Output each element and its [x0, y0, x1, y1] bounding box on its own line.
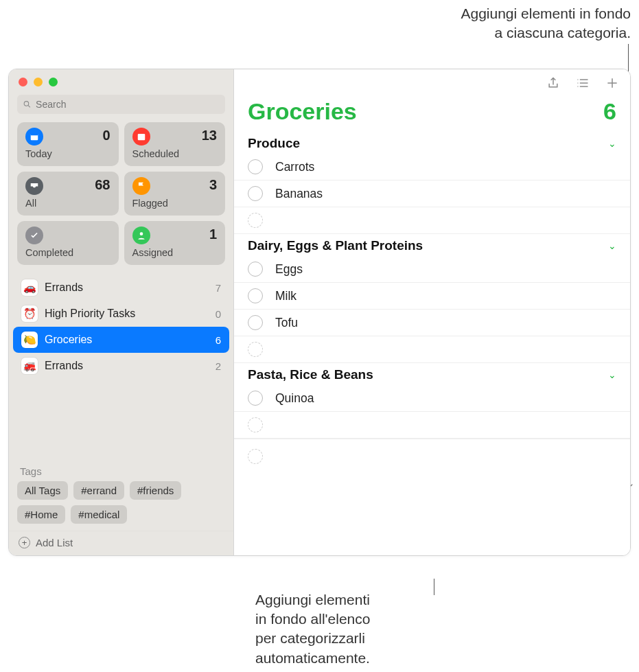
tag-chip[interactable]: #errand — [73, 481, 124, 500]
tag-chip[interactable]: All Tags — [17, 481, 68, 500]
add-item-button[interactable] — [605, 76, 619, 93]
new-item-row[interactable] — [234, 412, 630, 439]
reminder-item[interactable]: Milk — [234, 283, 630, 310]
reminder-text: Quinoa — [275, 391, 314, 406]
list-icon: 🚒 — [21, 358, 38, 374]
plus-icon: + — [19, 537, 30, 548]
list-name: Errands — [45, 281, 216, 294]
complete-toggle[interactable] — [248, 315, 263, 330]
list-count: 2 — [216, 360, 221, 372]
section-header[interactable]: Dairy, Eggs & Plant Proteins ⌄ — [234, 234, 630, 256]
empty-circle-icon — [248, 213, 263, 228]
main-panel: Groceries 6 Produce ⌄ Carrots BananasDai… — [234, 69, 630, 555]
section-title-text: Dairy, Eggs & Plant Proteins — [248, 238, 423, 253]
reminder-item[interactable]: Tofu — [234, 310, 630, 336]
list-count: 7 — [216, 282, 221, 294]
smart-all-label: All — [25, 198, 111, 209]
new-item-row[interactable] — [234, 207, 630, 234]
sidebar-list-item[interactable]: 🚒 Errands 2 — [13, 353, 229, 379]
callout-line-bottom — [434, 579, 434, 595]
flag-icon — [132, 177, 150, 195]
share-button[interactable] — [546, 76, 560, 93]
new-item-row[interactable] — [234, 336, 630, 363]
smart-flagged[interactable]: 3 Flagged — [124, 172, 226, 216]
list-icon: 🚗 — [21, 279, 38, 296]
chevron-down-icon: ⌄ — [608, 369, 616, 380]
inbox-icon — [25, 177, 43, 195]
list-name: High Priority Tasks — [45, 308, 216, 320]
new-item-uncategorized[interactable] — [234, 439, 630, 474]
reminder-text: Eggs — [275, 262, 303, 277]
callout-top: Aggiungi elementi in fondo a ciascuna ca… — [356, 4, 631, 43]
smart-assigned[interactable]: 1 Assigned — [124, 221, 226, 265]
smart-all-count: 68 — [95, 177, 110, 193]
svg-rect-4 — [137, 134, 145, 140]
smart-all[interactable]: 68 All — [17, 172, 119, 216]
list-icon: 🍋 — [21, 332, 38, 348]
complete-toggle[interactable] — [248, 186, 263, 201]
empty-circle-icon — [248, 417, 263, 432]
sections-container: Produce ⌄ Carrots BananasDairy, Eggs & P… — [234, 132, 630, 439]
smart-scheduled[interactable]: 13 Scheduled — [124, 122, 226, 166]
smart-lists-grid: 0 Today 13 Scheduled 68 All 3 Flagged — [9, 122, 233, 270]
smart-flagged-label: Flagged — [132, 198, 218, 209]
tags-header: Tags — [9, 459, 233, 481]
check-icon — [25, 227, 43, 244]
toolbar — [234, 69, 630, 95]
svg-point-5 — [139, 232, 143, 235]
smart-scheduled-count: 13 — [202, 128, 217, 143]
smart-assigned-count: 1 — [209, 227, 217, 242]
tag-chip[interactable]: #Home — [17, 505, 65, 524]
empty-circle-icon — [248, 342, 263, 357]
close-window-button[interactable] — [19, 78, 27, 86]
complete-toggle[interactable] — [248, 288, 263, 303]
view-options-button[interactable] — [575, 76, 590, 93]
callout-bottom-text: Aggiungi elementi in fondo all'elenco pe… — [255, 592, 370, 666]
svg-point-0 — [24, 102, 29, 106]
complete-toggle[interactable] — [248, 262, 263, 277]
smart-today[interactable]: 0 Today — [17, 122, 119, 166]
plus-icon — [605, 76, 619, 90]
list-count: 0 — [216, 308, 221, 320]
fullscreen-window-button[interactable] — [49, 78, 58, 86]
reminder-text: Bananas — [275, 187, 323, 201]
reminder-item[interactable]: Eggs — [234, 256, 630, 283]
empty-circle-icon — [248, 449, 263, 464]
section-title-text: Produce — [248, 136, 300, 151]
calendar-icon — [25, 128, 43, 146]
calendar-icon — [132, 128, 150, 146]
smart-completed-label: Completed — [25, 247, 111, 258]
list-name: Errands — [45, 360, 216, 372]
list-title: Groceries — [248, 98, 357, 125]
search-field[interactable] — [17, 95, 225, 114]
callout-bottom: Aggiungi elementi in fondo all'elenco pe… — [255, 590, 434, 668]
tag-chip[interactable]: #friends — [130, 481, 181, 500]
tag-chip[interactable]: #medical — [71, 505, 127, 524]
chevron-down-icon: ⌄ — [608, 240, 616, 251]
search-input[interactable] — [36, 99, 220, 110]
smart-today-count: 0 — [102, 128, 110, 143]
section-title-text: Pasta, Rice & Beans — [248, 367, 373, 382]
sidebar-list-item[interactable]: 🍋 Groceries 6 — [13, 327, 229, 353]
tags-container: All Tags#errand#friends#Home#medical — [9, 481, 233, 531]
section-header[interactable]: Pasta, Rice & Beans ⌄ — [234, 363, 630, 385]
list-count: 6 — [216, 334, 221, 346]
list-icon — [575, 76, 590, 90]
app-window: 0 Today 13 Scheduled 68 All 3 Flagged — [8, 69, 631, 556]
reminder-item[interactable]: Quinoa — [234, 385, 630, 412]
title-row: Groceries 6 — [234, 95, 630, 132]
reminder-item[interactable]: Bananas — [234, 181, 630, 207]
sidebar: 0 Today 13 Scheduled 68 All 3 Flagged — [9, 69, 234, 555]
reminder-item[interactable]: Carrots — [234, 154, 630, 181]
section-header[interactable]: Produce ⌄ — [234, 132, 630, 154]
minimize-window-button[interactable] — [34, 78, 43, 86]
complete-toggle[interactable] — [248, 159, 263, 174]
list-name: Groceries — [45, 334, 216, 346]
smart-today-label: Today — [25, 148, 111, 159]
sidebar-list-item[interactable]: ⏰ High Priority Tasks 0 — [13, 301, 229, 327]
add-list-button[interactable]: + Add List — [9, 531, 233, 555]
smart-completed[interactable]: Completed — [17, 221, 119, 265]
complete-toggle[interactable] — [248, 391, 263, 406]
person-icon — [132, 227, 150, 244]
sidebar-list-item[interactable]: 🚗 Errands 7 — [13, 275, 229, 301]
